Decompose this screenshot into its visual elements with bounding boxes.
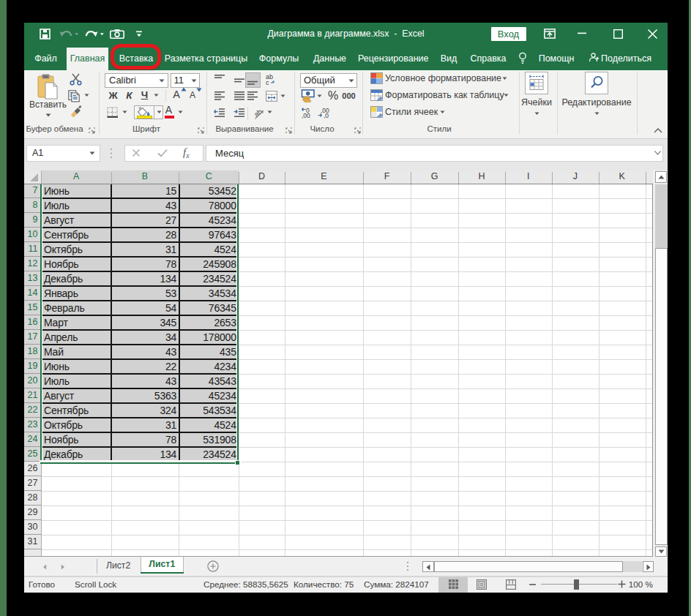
svg-text:,00: ,00 (302, 112, 310, 119)
svg-text:,0: ,0 (324, 112, 329, 119)
svg-text:c: c (266, 79, 269, 86)
svg-text:ab: ab (253, 108, 264, 119)
